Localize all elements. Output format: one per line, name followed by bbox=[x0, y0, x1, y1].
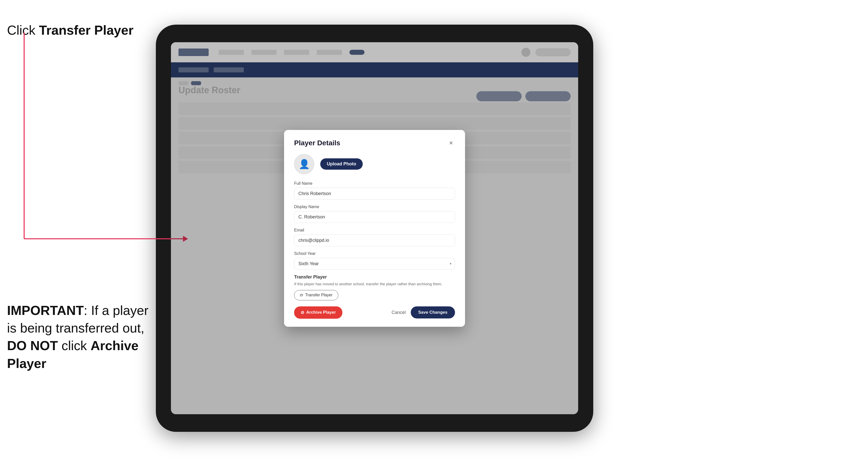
school-year-select[interactable]: First Year Second Year Third Year Fourth… bbox=[294, 258, 455, 270]
avatar-circle: 👤 bbox=[294, 154, 314, 174]
tablet-screen: Update Roster Player Details bbox=[171, 42, 578, 414]
save-label: Save Changes bbox=[418, 310, 447, 315]
tablet-frame: Update Roster Player Details bbox=[156, 25, 593, 432]
transfer-icon: ⟳ bbox=[300, 293, 303, 298]
modal-footer: ⊘ Archive Player Cancel Save Changes bbox=[294, 306, 455, 319]
modal-overlay: Player Details ✕ 👤 Upload Photo bbox=[171, 42, 578, 414]
photo-row: 👤 Upload Photo bbox=[294, 154, 455, 174]
display-name-label: Display Name bbox=[294, 205, 455, 209]
school-year-group: School Year First Year Second Year Third… bbox=[294, 251, 455, 270]
archive-player-button[interactable]: ⊘ Archive Player bbox=[294, 306, 342, 319]
transfer-description: If this player has moved to another scho… bbox=[294, 281, 455, 286]
school-year-label: School Year bbox=[294, 251, 455, 256]
display-name-group: Display Name bbox=[294, 205, 455, 223]
avatar-icon: 👤 bbox=[299, 159, 310, 169]
archive-button-label: Archive Player bbox=[306, 310, 336, 315]
do-not-label: DO NOT bbox=[7, 338, 58, 353]
transfer-section: Transfer Player If this player has moved… bbox=[294, 275, 455, 300]
instruction-bold: Transfer Player bbox=[39, 23, 133, 37]
full-name-group: Full Name bbox=[294, 181, 455, 199]
modal-title: Player Details bbox=[294, 139, 340, 147]
school-year-select-wrapper: First Year Second Year Third Year Fourth… bbox=[294, 258, 455, 270]
important-label: IMPORTANT bbox=[7, 303, 84, 318]
modal-close-button[interactable]: ✕ bbox=[447, 139, 455, 147]
transfer-player-button[interactable]: ⟳ Transfer Player bbox=[294, 290, 338, 300]
instruction-top: Click Transfer Player bbox=[7, 23, 133, 38]
instruction-prefix: Click bbox=[7, 23, 39, 37]
cancel-label: Cancel bbox=[392, 310, 406, 315]
instruction-bottom: IMPORTANT: If a player is being transfer… bbox=[7, 302, 153, 372]
cancel-button[interactable]: Cancel bbox=[392, 310, 406, 315]
player-details-modal: Player Details ✕ 👤 Upload Photo bbox=[284, 130, 465, 327]
full-name-label: Full Name bbox=[294, 181, 455, 186]
display-name-input[interactable] bbox=[294, 211, 455, 223]
transfer-section-label: Transfer Player bbox=[294, 275, 455, 280]
modal-header: Player Details ✕ bbox=[294, 139, 455, 147]
full-name-input[interactable] bbox=[294, 188, 455, 199]
upload-photo-button[interactable]: Upload Photo bbox=[320, 158, 363, 170]
close-icon: ✕ bbox=[449, 140, 453, 146]
archive-icon: ⊘ bbox=[301, 310, 304, 315]
email-group: Email bbox=[294, 228, 455, 246]
upload-photo-label: Upload Photo bbox=[327, 161, 356, 166]
instruction-text2: click bbox=[58, 338, 91, 353]
email-label: Email bbox=[294, 228, 455, 232]
save-changes-button[interactable]: Save Changes bbox=[411, 306, 455, 318]
email-input[interactable] bbox=[294, 235, 455, 246]
transfer-button-label: Transfer Player bbox=[305, 293, 333, 297]
